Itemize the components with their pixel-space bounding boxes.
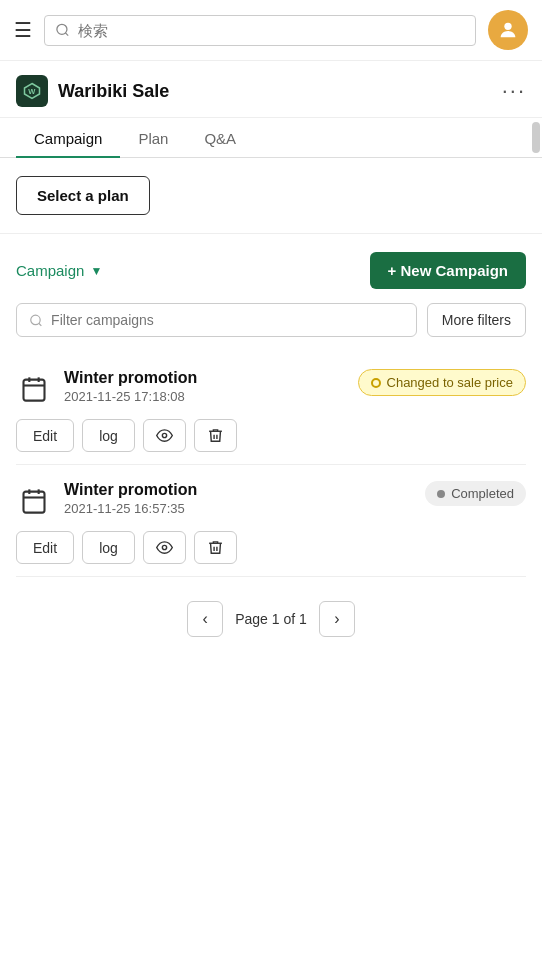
edit-button[interactable]: Edit	[16, 531, 74, 564]
svg-point-5	[31, 315, 40, 324]
calendar-icon	[16, 371, 52, 407]
hamburger-icon[interactable]: ☰	[14, 18, 32, 42]
badge-dot-icon	[371, 378, 381, 388]
search-bar[interactable]	[44, 15, 476, 46]
delete-button[interactable]	[194, 531, 237, 564]
campaign-dropdown[interactable]: Campaign ▼	[16, 262, 102, 279]
scroll-indicator	[532, 122, 540, 153]
eye-icon	[156, 539, 173, 556]
campaign-list: Winter promotion 2021-11-25 17:18:08 Cha…	[0, 353, 542, 577]
campaign-title: Winter promotion	[64, 369, 197, 387]
campaign-card: Winter promotion 2021-11-25 17:18:08 Cha…	[16, 353, 526, 465]
edit-button[interactable]: Edit	[16, 419, 74, 452]
campaign-info: Winter promotion 2021-11-25 17:18:08	[16, 369, 197, 407]
campaign-header: Campaign ▼ + New Campaign	[0, 234, 542, 303]
app-title-left: W Waribiki Sale	[16, 75, 169, 107]
svg-rect-12	[24, 492, 45, 513]
campaign-actions: Edit log	[16, 531, 526, 564]
page-info: Page 1 of 1	[235, 611, 307, 627]
log-button[interactable]: log	[82, 419, 135, 452]
tab-qanda[interactable]: Q&A	[186, 118, 254, 157]
app-title-bar: W Waribiki Sale ···	[0, 61, 542, 118]
svg-rect-7	[24, 380, 45, 401]
app-header: ☰	[0, 0, 542, 61]
status-badge: Completed	[425, 481, 526, 506]
campaign-details: Winter promotion 2021-11-25 17:18:08	[64, 369, 197, 404]
svg-text:W: W	[28, 87, 36, 96]
log-button[interactable]: log	[82, 531, 135, 564]
campaign-details: Winter promotion 2021-11-25 16:57:35	[64, 481, 197, 516]
app-logo: W	[16, 75, 48, 107]
campaign-actions: Edit log	[16, 419, 526, 452]
app-title: Waribiki Sale	[58, 81, 169, 102]
badge-dot-icon	[437, 490, 445, 498]
pagination: ‹ Page 1 of 1 ›	[0, 577, 542, 657]
search-input[interactable]	[78, 22, 465, 39]
avatar	[488, 10, 528, 50]
chevron-down-icon: ▼	[90, 264, 102, 278]
trash-icon	[207, 427, 224, 444]
svg-line-1	[65, 33, 68, 36]
campaign-title: Winter promotion	[64, 481, 197, 499]
campaign-card-top: Winter promotion 2021-11-25 17:18:08 Cha…	[16, 369, 526, 407]
more-options-icon[interactable]: ···	[502, 78, 526, 104]
tab-plan[interactable]: Plan	[120, 118, 186, 157]
badge-label: Changed to sale price	[387, 375, 513, 390]
delete-button[interactable]	[194, 419, 237, 452]
campaign-info: Winter promotion 2021-11-25 16:57:35	[16, 481, 197, 519]
status-badge: Changed to sale price	[358, 369, 526, 396]
next-page-button[interactable]: ›	[319, 601, 355, 637]
view-button[interactable]	[143, 531, 186, 564]
campaign-date: 2021-11-25 16:57:35	[64, 501, 197, 516]
svg-point-0	[57, 24, 67, 34]
select-plan-section: Select a plan	[0, 158, 542, 234]
select-plan-button[interactable]: Select a plan	[16, 176, 150, 215]
search-icon	[55, 22, 70, 38]
svg-point-2	[504, 23, 511, 30]
trash-icon	[207, 539, 224, 556]
tabs-bar: Campaign Plan Q&A	[0, 118, 542, 158]
campaign-card-top: Winter promotion 2021-11-25 16:57:35 Com…	[16, 481, 526, 519]
of-label: of 1	[283, 611, 306, 627]
filter-bar: More filters	[0, 303, 542, 353]
campaign-card: Winter promotion 2021-11-25 16:57:35 Com…	[16, 465, 526, 577]
more-filters-button[interactable]: More filters	[427, 303, 526, 337]
filter-input-wrap[interactable]	[16, 303, 417, 337]
prev-page-button[interactable]: ‹	[187, 601, 223, 637]
filter-search-icon	[29, 313, 43, 328]
campaign-dropdown-label: Campaign	[16, 262, 84, 279]
svg-point-16	[162, 545, 166, 549]
campaign-date: 2021-11-25 17:18:08	[64, 389, 197, 404]
page-label: Page 1	[235, 611, 279, 627]
badge-label: Completed	[451, 486, 514, 501]
tab-campaign[interactable]: Campaign	[16, 118, 120, 157]
svg-point-11	[162, 433, 166, 437]
eye-icon	[156, 427, 173, 444]
view-button[interactable]	[143, 419, 186, 452]
filter-input[interactable]	[51, 312, 404, 328]
new-campaign-button[interactable]: + New Campaign	[370, 252, 526, 289]
calendar-icon	[16, 483, 52, 519]
svg-line-6	[39, 323, 42, 326]
